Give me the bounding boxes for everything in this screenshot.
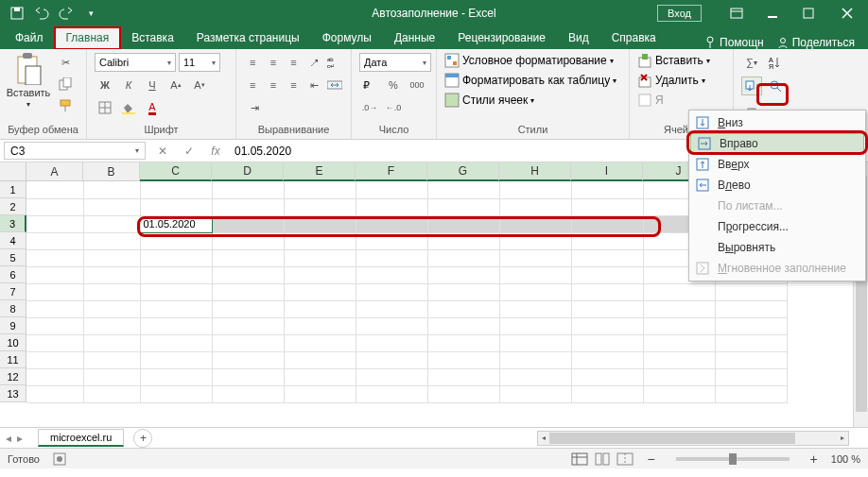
cell[interactable] <box>571 181 643 198</box>
cell[interactable] <box>427 300 499 317</box>
cell[interactable] <box>427 317 499 334</box>
cell[interactable] <box>356 266 427 283</box>
cell[interactable] <box>499 232 571 249</box>
cell[interactable] <box>499 385 571 402</box>
cut-icon[interactable]: ✂ <box>55 53 76 72</box>
cell[interactable] <box>643 368 715 385</box>
cell[interactable] <box>427 215 499 232</box>
column-header[interactable]: A <box>26 162 83 181</box>
cell[interactable] <box>715 317 787 334</box>
cell[interactable] <box>212 317 284 334</box>
cell[interactable] <box>571 368 643 385</box>
cell[interactable] <box>571 351 643 368</box>
cell[interactable] <box>499 181 571 198</box>
decrease-font-icon[interactable]: A▾ <box>189 76 210 94</box>
cell[interactable] <box>140 334 212 351</box>
cell[interactable] <box>571 300 643 317</box>
bold-button[interactable]: Ж <box>95 76 115 94</box>
cell[interactable] <box>427 283 499 300</box>
insert-cells-button[interactable]: Вставить▾ <box>637 53 725 68</box>
row-header[interactable]: 11 <box>0 351 26 368</box>
cell[interactable] <box>427 266 499 283</box>
borders-icon[interactable] <box>95 98 115 117</box>
cell[interactable] <box>212 249 284 266</box>
cell[interactable] <box>212 351 284 368</box>
cell[interactable] <box>356 181 427 198</box>
tab-home[interactable]: Главная <box>55 27 121 49</box>
sign-in-button[interactable]: Вход <box>657 5 702 22</box>
sort-filter-icon[interactable]: АЯ <box>765 53 786 72</box>
zoom-in-icon[interactable]: + <box>810 451 818 467</box>
increase-font-icon[interactable]: A▴ <box>165 76 186 94</box>
cell[interactable] <box>83 198 140 215</box>
cell[interactable] <box>83 300 140 317</box>
cell[interactable] <box>284 300 356 317</box>
cell[interactable] <box>284 283 356 300</box>
decrease-decimal-icon[interactable]: ←.0 <box>383 98 404 117</box>
cell[interactable] <box>83 334 140 351</box>
align-top-icon[interactable]: ≡ <box>244 53 262 72</box>
cell[interactable] <box>356 232 427 249</box>
cell[interactable] <box>26 283 83 300</box>
cell[interactable] <box>284 266 356 283</box>
cancel-icon[interactable]: ✕ <box>149 142 176 160</box>
wrap-text-icon[interactable]: abc↵ <box>325 53 343 72</box>
cell[interactable] <box>356 385 427 402</box>
cell[interactable] <box>499 249 571 266</box>
cell[interactable] <box>212 368 284 385</box>
fx-icon[interactable]: fx <box>202 142 229 160</box>
share-button[interactable]: Поделиться <box>777 36 855 49</box>
cell[interactable] <box>140 300 212 317</box>
cell[interactable] <box>427 385 499 402</box>
page-break-view-icon[interactable] <box>616 452 634 466</box>
cell[interactable] <box>571 385 643 402</box>
cell[interactable] <box>140 368 212 385</box>
cell[interactable] <box>643 317 715 334</box>
cell[interactable] <box>356 283 427 300</box>
cell[interactable] <box>26 215 83 232</box>
cell[interactable] <box>83 351 140 368</box>
cell[interactable] <box>284 249 356 266</box>
cell[interactable] <box>212 300 284 317</box>
autosum-icon[interactable]: ∑▾ <box>741 53 762 72</box>
maximize-icon[interactable] <box>790 0 826 26</box>
cell[interactable] <box>427 249 499 266</box>
row-header[interactable]: 8 <box>0 300 26 317</box>
cell[interactable] <box>140 317 212 334</box>
cell[interactable] <box>83 215 140 232</box>
cell[interactable] <box>26 368 83 385</box>
cell[interactable] <box>83 232 140 249</box>
close-icon[interactable] <box>826 0 868 26</box>
cell[interactable] <box>140 385 212 402</box>
column-header[interactable]: C <box>140 162 212 181</box>
conditional-format-button[interactable]: Условное форматирование▾ <box>444 53 621 68</box>
row-header[interactable]: 4 <box>0 232 26 249</box>
cell[interactable] <box>427 232 499 249</box>
sheet-tab[interactable]: microexcel.ru <box>38 429 124 447</box>
row-header[interactable]: 6 <box>0 266 26 283</box>
macro-record-icon[interactable] <box>53 452 66 466</box>
select-all-corner[interactable] <box>0 162 26 181</box>
currency-icon[interactable]: ₽ <box>359 76 380 94</box>
align-center-icon[interactable]: ≡ <box>265 76 283 94</box>
cell[interactable] <box>284 368 356 385</box>
font-name-combo[interactable]: Calibri▾ <box>95 53 176 72</box>
cell[interactable] <box>212 385 284 402</box>
italic-button[interactable]: К <box>118 76 139 94</box>
delete-cells-button[interactable]: Удалить▾ <box>637 73 725 88</box>
cell[interactable] <box>571 215 643 232</box>
cell[interactable] <box>571 317 643 334</box>
cell[interactable] <box>284 181 356 198</box>
cell[interactable] <box>26 232 83 249</box>
format-cells-button[interactable]: Я <box>637 93 725 108</box>
scroll-left-icon[interactable]: ◂ <box>538 432 549 445</box>
cell[interactable] <box>83 385 140 402</box>
cell[interactable] <box>83 266 140 283</box>
cell[interactable] <box>499 351 571 368</box>
cell[interactable] <box>643 300 715 317</box>
cell[interactable] <box>643 385 715 402</box>
cell[interactable] <box>26 266 83 283</box>
cell[interactable] <box>83 181 140 198</box>
tab-file[interactable]: Файл <box>4 27 55 49</box>
cell[interactable] <box>284 334 356 351</box>
